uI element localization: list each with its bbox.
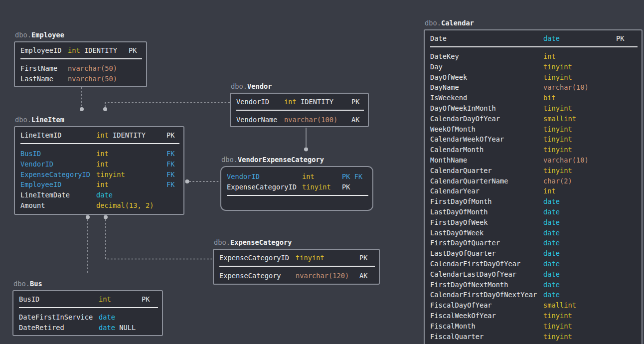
type-keyword: IDENTITY: [80, 46, 117, 54]
column-type: tinyint: [543, 166, 572, 176]
key-badge: PK: [129, 45, 137, 56]
table-box[interactable]: VendorIDintPK FKExpenseCategoryIDtinyint…: [220, 166, 373, 211]
column-type: char(2): [543, 176, 572, 186]
column-name: DayOfWeek: [430, 73, 467, 81]
table-node-vendor[interactable]: dbo.VendorVendorIDint IDENTITYPKVendorNa…: [230, 93, 369, 127]
column-row: DayOfWeekInMonthtinyint: [425, 103, 642, 114]
type-literal: date: [543, 260, 560, 268]
type-literal: tinyint: [543, 63, 572, 71]
table-box[interactable]: LineItemIDint IDENTITYPKBusIDintFKVendor…: [14, 126, 184, 215]
table-title: dbo.Employee: [15, 30, 64, 40]
column-name: IsWeekend: [430, 94, 467, 102]
column-row: ExpenseCategoryIDtinyintPK: [214, 253, 379, 263]
type-literal: bit: [543, 94, 556, 102]
type-keyword: IDENTITY: [109, 131, 146, 139]
column-type: int IDENTITY: [284, 97, 333, 107]
column-row: CalendarMonthtinyint: [425, 145, 642, 155]
column-row: CalendarFirstDayOfYeardate: [425, 259, 642, 269]
table-node-vendorexpensecategory[interactable]: dbo.VendorExpenseCategoryVendorIDintPK F…: [220, 166, 373, 211]
edge-dot-lineitem-expensecategory: [104, 215, 108, 219]
type-literal: date: [543, 239, 560, 247]
column-row: FirstDayOfNextMonthdate: [425, 280, 642, 290]
table-node-calendar[interactable]: dbo.CalendarDatedatePKDateKeyintDaytinyi…: [424, 29, 643, 344]
column-type: date: [543, 33, 560, 44]
column-type: date: [543, 259, 560, 269]
column-row: DatedatePK: [425, 33, 642, 44]
table-box[interactable]: EmployeeIDint IDENTITYPKFirstNamenvarcha…: [14, 41, 147, 87]
type-literal: tinyint: [543, 333, 572, 341]
column-type: int: [99, 294, 111, 305]
column-row: DateFirstInServicedate: [13, 312, 162, 323]
column-name: FirstDayOfMonth: [430, 197, 492, 205]
key-badge: PK: [142, 294, 150, 305]
type-literal: int: [543, 187, 556, 195]
type-literal: tinyint: [543, 322, 572, 330]
column-name: LastDayOfWeek: [430, 229, 483, 237]
column-type: int: [543, 51, 556, 62]
edge-dot-lineitem-vendorexpensecategory: [185, 179, 189, 183]
key-columns-section: ExpenseCategoryIDtinyintPK: [214, 250, 379, 266]
type-literal: char(2): [543, 177, 572, 185]
type-literal: tinyint: [543, 167, 572, 174]
type-literal: tinyint: [96, 171, 125, 178]
column-type: tinyint: [296, 253, 324, 263]
type-keyword: NULL: [115, 324, 136, 332]
column-name: FirstName: [20, 64, 57, 72]
type-literal: nvarchar(120): [296, 272, 349, 280]
table-name: Employee: [31, 31, 64, 39]
column-type: tinyint: [543, 134, 572, 145]
table-node-bus[interactable]: dbo.BusBusIDintPKDateFirstInServicedateD…: [12, 290, 163, 336]
column-type: date: [543, 290, 560, 300]
column-row: BusIDintPK: [13, 294, 162, 305]
column-type: int: [96, 159, 109, 170]
column-type: date: [543, 280, 560, 290]
column-name: VendorID: [20, 160, 53, 168]
column-row: DateRetireddate NULL: [13, 323, 162, 333]
column-name: CalendarQuarterName: [430, 177, 508, 185]
table-node-lineitem[interactable]: dbo.LineItemLineItemIDint IDENTITYPKBusI…: [14, 126, 184, 215]
table-box[interactable]: DatedatePKDateKeyintDaytinyintDayOfWeekt…: [424, 29, 643, 344]
column-name: FiscalMonth: [430, 322, 476, 330]
table-node-expensecategory[interactable]: dbo.ExpenseCategoryExpenseCategoryIDtiny…: [213, 249, 380, 285]
column-type: date: [543, 248, 560, 259]
column-name: ExpenseCategory: [219, 272, 281, 280]
column-type: date NULL: [99, 323, 136, 333]
column-type: date: [543, 217, 560, 228]
key-badge: PK FK: [342, 172, 362, 182]
table-box[interactable]: VendorIDint IDENTITYPKVendorNamenvarchar…: [230, 93, 369, 127]
column-row: WeekOfMonthtinyint: [425, 124, 642, 135]
type-literal: smallint: [543, 301, 576, 309]
column-row: DateKeyint: [425, 51, 642, 62]
table-box[interactable]: BusIDintPKDateFirstInServicedateDateReti…: [12, 290, 163, 336]
type-literal: date: [543, 218, 560, 226]
type-literal: varchar(10): [543, 83, 589, 91]
column-row: ExpenseCategoryIDtinyintPK: [221, 182, 372, 192]
columns-section: DateKeyintDaytinyintDayOfWeektinyintDayN…: [425, 47, 642, 344]
column-name: DateFirstInService: [19, 313, 93, 321]
key-columns-section: EmployeeIDint IDENTITYPK: [15, 42, 146, 58]
column-type: tinyint: [96, 170, 125, 180]
table-node-employee[interactable]: dbo.EmployeeEmployeeIDint IDENTITYPKFirs…: [14, 41, 147, 87]
type-literal: date: [543, 291, 560, 299]
type-literal: int: [96, 131, 109, 139]
table-name: Calendar: [441, 19, 474, 27]
column-name: DateKey: [430, 52, 459, 60]
edge-dot-employee-lineitem: [80, 107, 84, 111]
key-badge: PK: [616, 33, 624, 44]
column-name: Date: [430, 34, 447, 42]
column-name: BusID: [19, 295, 39, 303]
columns-section: [221, 196, 372, 210]
column-name: EmployeeID: [20, 180, 61, 188]
column-name: VendorID: [227, 172, 260, 180]
column-row: CalendarYearint: [425, 186, 642, 196]
column-row: CalendarDayOfYearsmallint: [425, 114, 642, 124]
key-columns-section: DatedatePK: [425, 30, 642, 46]
column-row: BusIDintFK: [15, 149, 183, 159]
type-literal: tinyint: [302, 183, 331, 191]
key-badge: PK: [351, 97, 359, 107]
table-box[interactable]: ExpenseCategoryIDtinyintPKExpenseCategor…: [213, 249, 380, 285]
edge-lineitem-expensecategory: [106, 219, 213, 259]
table-name: VendorExpenseCategory: [238, 156, 324, 164]
column-name: VendorID: [236, 98, 269, 106]
column-name: EmployeeID: [20, 46, 61, 54]
